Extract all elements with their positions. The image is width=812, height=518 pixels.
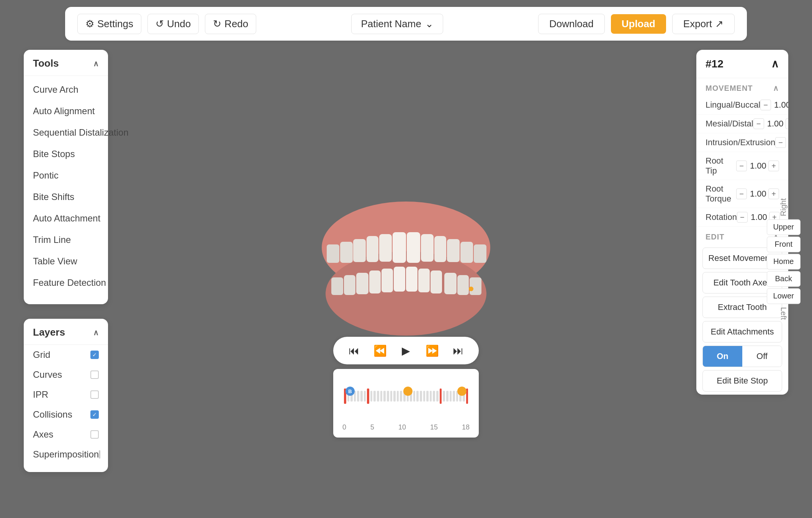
mesial-distal-increment[interactable]: + bbox=[786, 118, 788, 129]
view-controls: Right Upper Front Home Back Lower Left bbox=[767, 198, 801, 320]
view-home-button[interactable]: Home bbox=[767, 254, 801, 269]
timeline-bar bbox=[446, 391, 449, 402]
svg-rect-15 bbox=[406, 267, 417, 292]
timeline-bar bbox=[380, 391, 383, 402]
timeline-bar bbox=[367, 388, 369, 404]
layer-item-ipr[interactable]: IPR bbox=[24, 385, 108, 405]
layer-checkbox-ipr[interactable] bbox=[90, 390, 99, 399]
layer-checkbox-collisions[interactable]: ✓ bbox=[90, 410, 99, 419]
view-front-button[interactable]: Front bbox=[767, 236, 801, 252]
lingual-buccal-decrement[interactable]: − bbox=[760, 100, 771, 110]
root-torque-increment[interactable]: + bbox=[768, 189, 779, 199]
top-bar-left: ⚙ Settings ↺ Undo ↻ Redo bbox=[77, 14, 256, 34]
layer-label-curves: Curves bbox=[33, 369, 62, 380]
tools-panel-header: Tools ∧ bbox=[24, 57, 108, 76]
timeline-container[interactable]: B bbox=[333, 369, 479, 438]
patient-selector[interactable]: Patient Name ⌄ bbox=[351, 14, 443, 34]
layer-checkbox-superimposition[interactable] bbox=[99, 450, 100, 459]
movement-collapse-icon[interactable]: ∧ bbox=[773, 84, 779, 93]
download-button[interactable]: Download bbox=[538, 14, 605, 34]
tool-item-feature-detection[interactable]: Feature Detection bbox=[24, 272, 108, 293]
timeline-label-10: 10 bbox=[398, 423, 406, 431]
root-tip-decrement[interactable]: − bbox=[736, 161, 747, 171]
timeline-bar bbox=[453, 391, 455, 402]
layer-item-grid[interactable]: Grid ✓ bbox=[24, 345, 108, 365]
layer-item-superimposition[interactable]: Superimposition bbox=[24, 444, 108, 464]
first-frame-button[interactable]: ⏮ bbox=[345, 342, 362, 359]
rotation-decrement[interactable]: − bbox=[737, 212, 748, 223]
tool-item-bite-shifts[interactable]: Bite Shifts bbox=[24, 186, 108, 208]
movement-mesial-distal: Mesial/Distal − 1.00 + bbox=[696, 115, 788, 133]
svg-rect-19 bbox=[431, 270, 442, 293]
mesial-distal-value: 1.00 bbox=[767, 119, 783, 129]
view-upper-button[interactable]: Upper bbox=[767, 219, 801, 235]
mesial-distal-decrement[interactable]: − bbox=[753, 118, 764, 129]
prev-frame-button[interactable]: ⏪ bbox=[372, 342, 388, 359]
tool-item-sequential-distalization[interactable]: Sequential Distalization bbox=[24, 122, 108, 143]
tool-item-table-view[interactable]: Table View bbox=[24, 251, 108, 272]
collapse-icon[interactable]: ∧ bbox=[771, 57, 779, 70]
redo-button[interactable]: ↻ Redo bbox=[205, 14, 256, 34]
tool-item-bite-stops[interactable]: Bite Stops bbox=[24, 143, 108, 165]
tool-item-auto-attachment[interactable]: Auto Attachment bbox=[24, 208, 108, 229]
off-button[interactable]: Off bbox=[742, 346, 782, 367]
svg-rect-24 bbox=[331, 277, 343, 295]
tool-item-pontic[interactable]: Pontic bbox=[24, 165, 108, 186]
tool-item-auto-alignment[interactable]: Auto Alignment bbox=[24, 100, 108, 122]
svg-rect-16 bbox=[381, 269, 393, 292]
svg-rect-20 bbox=[356, 273, 368, 294]
top-bar-center: Patient Name ⌄ bbox=[256, 14, 538, 34]
view-back-button[interactable]: Back bbox=[767, 271, 801, 287]
edit-bite-stop-button[interactable]: Edit Bite Stop bbox=[702, 370, 782, 392]
svg-rect-13 bbox=[474, 244, 486, 263]
layer-item-collisions[interactable]: Collisions ✓ bbox=[24, 405, 108, 425]
layer-item-axes[interactable]: Axes bbox=[24, 425, 108, 444]
svg-rect-11 bbox=[460, 242, 473, 263]
top-bar: ⚙ Settings ↺ Undo ↻ Redo Patient Name ⌄ … bbox=[65, 7, 747, 41]
settings-button[interactable]: ⚙ Settings bbox=[77, 14, 141, 34]
layer-item-curves[interactable]: Curves bbox=[24, 365, 108, 385]
tool-item-trim-line[interactable]: Trim Line bbox=[24, 229, 108, 251]
timeline-labels: 0 5 10 15 18 bbox=[342, 423, 470, 431]
timeline-bar bbox=[440, 388, 442, 404]
top-bar-right: Download Upload Export ↗ bbox=[538, 14, 735, 34]
next-frame-button[interactable]: ⏩ bbox=[424, 342, 440, 359]
layer-label-collisions: Collisions bbox=[33, 409, 72, 420]
movement-intrusion-extrusion: Intrusion/Extrusion − 1.00 + bbox=[696, 133, 788, 152]
lingual-buccal-label: Lingual/Buccal bbox=[706, 100, 760, 110]
playback-controls: ⏮ ⏪ ▶ ⏩ ⏭ bbox=[333, 337, 479, 364]
root-tip-controls: − 1.00 + bbox=[736, 161, 779, 171]
on-button[interactable]: On bbox=[703, 346, 742, 367]
view-lower-button[interactable]: Lower bbox=[767, 288, 801, 304]
play-button[interactable]: ▶ bbox=[398, 342, 414, 359]
playback-container: ⏮ ⏪ ▶ ⏩ ⏭ B bbox=[333, 337, 479, 438]
download-label: Download bbox=[549, 18, 594, 30]
svg-rect-9 bbox=[340, 242, 353, 263]
edit-bite-stop-label: Edit Bite Stop bbox=[717, 376, 768, 385]
tools-panel: Tools ∧ Curve Arch Auto Alignment Sequen… bbox=[24, 50, 108, 304]
root-torque-decrement[interactable]: − bbox=[736, 189, 747, 199]
export-button[interactable]: Export ↗ bbox=[672, 14, 735, 34]
intrusion-extrusion-decrement[interactable]: − bbox=[775, 137, 786, 148]
last-frame-button[interactable]: ⏭ bbox=[450, 342, 467, 359]
svg-rect-25 bbox=[470, 277, 481, 295]
root-tip-increment[interactable]: + bbox=[768, 161, 779, 171]
timeline-marker-b: B bbox=[345, 387, 355, 396]
layer-checkbox-grid[interactable]: ✓ bbox=[90, 351, 99, 359]
undo-button[interactable]: ↺ Undo bbox=[147, 14, 199, 34]
svg-rect-5 bbox=[421, 234, 434, 262]
tool-item-curve-arch[interactable]: Curve Arch bbox=[24, 79, 108, 100]
edit-attachments-button[interactable]: Edit Attachments bbox=[702, 321, 782, 343]
timeline-label-18: 18 bbox=[462, 423, 470, 431]
view-buttons: Upper Front Home Back Lower bbox=[767, 219, 801, 304]
rotation-label: Rotation bbox=[706, 212, 737, 222]
tools-collapse-icon[interactable]: ∧ bbox=[93, 59, 99, 68]
layer-checkbox-curves[interactable] bbox=[90, 370, 99, 379]
upload-button[interactable]: Upload bbox=[611, 14, 666, 34]
layer-checkbox-axes[interactable] bbox=[90, 430, 99, 439]
timeline-label-15: 15 bbox=[430, 423, 438, 431]
svg-rect-3 bbox=[407, 232, 420, 263]
layers-collapse-icon[interactable]: ∧ bbox=[93, 328, 99, 337]
reset-movements-label: Reset Movements bbox=[708, 253, 776, 263]
svg-rect-7 bbox=[434, 236, 446, 262]
